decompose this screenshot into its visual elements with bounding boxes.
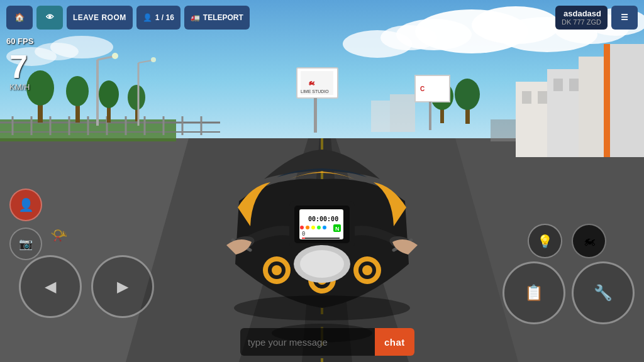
- svg-point-96: [362, 265, 372, 275]
- chat-input[interactable]: [240, 328, 375, 356]
- player-count: 1 / 16: [155, 13, 174, 22]
- svg-point-98: [300, 250, 344, 278]
- svg-rect-83: [302, 238, 305, 239]
- eye-icon: 👁: [46, 13, 54, 22]
- svg-point-90: [272, 265, 282, 275]
- svg-point-75: [306, 226, 309, 229]
- alert-button[interactable]: 👤: [9, 189, 42, 221]
- left-controls: 👤 📷: [9, 189, 42, 260]
- chat-area: chat: [240, 328, 404, 356]
- svg-rect-82: [302, 238, 340, 239]
- headlight-icon: 💡: [537, 234, 553, 249]
- moto-icon: 🏍: [583, 234, 596, 248]
- headlight-button[interactable]: 💡: [528, 224, 562, 258]
- fps-counter: 60 FPS: [6, 36, 33, 46]
- svg-text:N: N: [335, 226, 340, 232]
- svg-rect-65: [553, 79, 563, 91]
- svg-point-47: [112, 53, 118, 59]
- camera-view-button[interactable]: 👁: [36, 6, 63, 30]
- right-controls: 📋 🔧: [502, 261, 635, 324]
- svg-rect-64: [538, 91, 547, 104]
- leave-room-label: LEAVE ROOM: [73, 13, 126, 22]
- svg-point-76: [311, 226, 315, 229]
- horn-icon: 📯: [50, 228, 67, 243]
- svg-point-78: [323, 226, 326, 229]
- svg-text:🏍: 🏍: [308, 79, 315, 86]
- menu-button[interactable]: ☰: [611, 6, 638, 30]
- leave-room-button[interactable]: LEAVE ROOM: [67, 6, 133, 30]
- svg-rect-57: [429, 102, 431, 130]
- svg-rect-67: [604, 44, 610, 157]
- wrench-button[interactable]: 🔧: [572, 261, 635, 324]
- svg-point-34: [26, 70, 54, 106]
- menu-icon: ☰: [621, 13, 628, 22]
- player-plate: DK 777 ZGD: [562, 18, 601, 26]
- svg-point-38: [99, 80, 119, 108]
- right-arrow-icon: ▶: [117, 278, 128, 295]
- notes-button[interactable]: 📋: [502, 261, 565, 324]
- wrench-icon: 🔧: [594, 284, 613, 302]
- fps-value: 60 FPS: [6, 36, 33, 46]
- players-button[interactable]: 👤 1 / 16: [136, 6, 180, 30]
- person-icon: 👤: [143, 13, 152, 22]
- teleport-button[interactable]: 🚛 TELEPORT: [184, 6, 250, 30]
- alert-icon: 👤: [18, 197, 34, 212]
- svg-point-44: [455, 79, 480, 110]
- player-info-panel: asdadasd DK 777 ZGD: [555, 6, 608, 30]
- chat-label: chat: [384, 337, 405, 348]
- svg-point-40: [128, 85, 145, 110]
- svg-text:C: C: [420, 85, 425, 92]
- notes-icon: 📋: [525, 284, 543, 302]
- svg-rect-66: [569, 79, 579, 91]
- top-hud: 🏠 👁 LEAVE ROOM 👤 1 / 16 🚛 TELEPORT asdad…: [0, 0, 644, 35]
- svg-point-74: [300, 226, 304, 229]
- svg-point-100: [234, 295, 410, 321]
- player-username: asdadasd: [564, 9, 601, 18]
- svg-point-77: [317, 226, 321, 229]
- camera-icon: 📷: [19, 237, 33, 251]
- svg-point-36: [66, 76, 89, 106]
- speed-value: 7: [9, 50, 30, 83]
- svg-text:0: 0: [302, 231, 305, 237]
- steer-right-button[interactable]: ▶: [91, 255, 154, 318]
- svg-text:LIME STUDIO: LIME STUDIO: [301, 89, 329, 94]
- svg-rect-63: [522, 91, 531, 104]
- teleport-label: TELEPORT: [203, 13, 243, 22]
- chat-button[interactable]: chat: [375, 328, 414, 356]
- left-arrow-icon: ◀: [45, 278, 56, 295]
- steer-left-button[interactable]: ◀: [19, 255, 82, 318]
- speed-indicator: 7 KM/H: [9, 50, 30, 91]
- speed-unit: KM/H: [9, 83, 30, 91]
- horn-button[interactable]: 📯: [50, 226, 67, 244]
- home-button[interactable]: 🏠: [6, 6, 33, 30]
- svg-line-49: [138, 60, 152, 63]
- truck-icon: 🚛: [191, 13, 200, 22]
- home-icon: 🏠: [14, 13, 25, 22]
- svg-rect-52: [314, 98, 317, 133]
- svg-line-46: [97, 57, 113, 60]
- game-canvas: 🏍 LIME STUDIO C: [0, 0, 644, 362]
- moto-badge-button[interactable]: 🏍: [572, 224, 606, 258]
- svg-text:00:00:00: 00:00:00: [308, 216, 338, 222]
- svg-point-50: [151, 57, 156, 62]
- record-button[interactable]: 📷: [9, 228, 42, 260]
